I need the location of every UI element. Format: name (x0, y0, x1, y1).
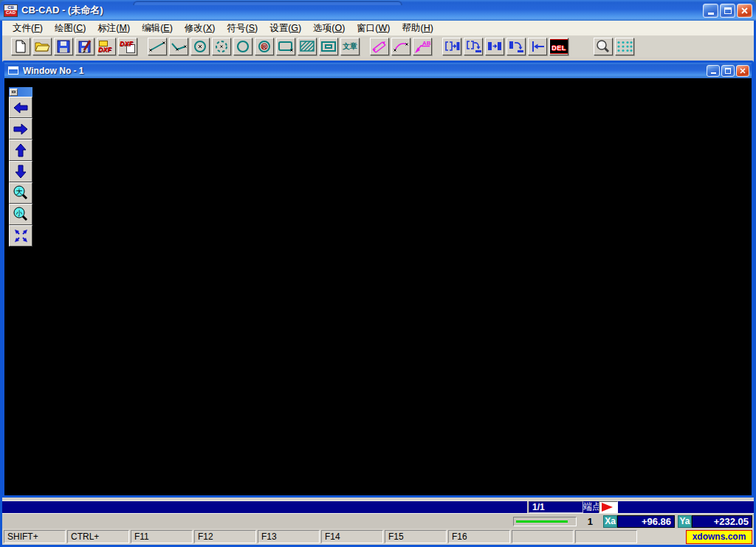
page-indicator: 1/1 (529, 501, 583, 513)
status-message-area (2, 501, 529, 513)
toolbar-group-dimension: AB (370, 38, 434, 55)
maximize-button[interactable] (720, 4, 735, 18)
main-toolbar: DXF DXF (2, 36, 754, 57)
zoom-fit-button[interactable] (9, 225, 32, 247)
leader-ab-icon: AB (413, 39, 431, 54)
y-coordinate-label: Ya (678, 515, 692, 528)
save-button[interactable] (54, 38, 73, 55)
child-window: Window No - 1 (2, 61, 754, 498)
fkey-cell-f12: F12 (194, 530, 256, 543)
dimension-angular-button[interactable] (391, 38, 410, 55)
menu-item-window[interactable]: 窗口(W) (351, 21, 396, 36)
menu-bar: 文件(F) 绘图(C) 标注(M) 编辑(E) 修改(X) 符号(S) 设置(G… (2, 21, 754, 36)
leader-tool-button[interactable]: AB (413, 38, 432, 55)
close-button[interactable] (737, 4, 752, 18)
dxf-import-button[interactable]: DXF (97, 38, 116, 55)
zoom-magnifier-icon (594, 39, 612, 54)
circle-center-point-icon (191, 39, 209, 54)
drawing-canvas[interactable]: 大 小 (4, 78, 752, 495)
pan-left-button[interactable] (9, 97, 32, 118)
move-selection-button[interactable] (464, 38, 483, 55)
frame-tool-button[interactable] (319, 38, 338, 55)
save-as-button[interactable] (75, 38, 94, 55)
text-tool-button[interactable]: 文章 (340, 38, 360, 55)
status-right-area (618, 501, 754, 513)
line-tool-button[interactable] (148, 38, 167, 55)
menu-item-edit[interactable]: 编辑(E) (136, 21, 179, 36)
grid-points-icon (616, 39, 633, 54)
y-coordinate-value: +232.05 (692, 515, 752, 528)
save-edit-icon (76, 39, 94, 54)
application-window: CB CAD CB-CAD - (未命名) 文件(F) 绘图(C) 标注(M) … (0, 0, 756, 547)
menu-item-file[interactable]: 文件(F) (7, 21, 49, 36)
polyline-icon (170, 39, 188, 54)
watermark-badge: xdowns.com (686, 530, 752, 544)
flag-icon (602, 503, 613, 512)
child-title-bar[interactable]: Window No - 1 (4, 63, 752, 78)
copy-object-icon (486, 39, 504, 54)
circle-tool-button[interactable] (233, 38, 252, 55)
frame-icon (320, 39, 337, 54)
status-bar-top: 1/1 端点 (2, 500, 754, 513)
circle-center-tool-button[interactable] (190, 38, 210, 55)
toolbar-group-view (594, 38, 636, 55)
grid-points-button[interactable] (615, 38, 634, 55)
close-icon (741, 7, 748, 14)
zoom-out-button[interactable]: 小 (9, 204, 32, 225)
snap-mode-label: 端点 (583, 501, 599, 513)
copy-object-button[interactable] (485, 38, 504, 55)
pan-right-button[interactable] (9, 118, 32, 140)
fkey-cell-f16: F16 (448, 530, 510, 543)
new-file-icon (12, 39, 30, 54)
zoom-tool-button[interactable] (594, 38, 613, 55)
minimize-button[interactable] (703, 4, 718, 18)
trim-to-edge-button[interactable] (528, 38, 547, 55)
app-icon: CB CAD (4, 4, 18, 17)
child-maximize-icon (725, 68, 731, 74)
open-file-button[interactable] (32, 38, 52, 55)
svg-text:R: R (262, 44, 267, 50)
palette-collapse-button[interactable] (10, 89, 18, 96)
dxf-export-button[interactable]: DXF (118, 38, 137, 55)
circle-radius-tool-button[interactable]: R (255, 38, 274, 55)
palette-collapse-icon (12, 91, 16, 93)
dimension-aligned-icon (371, 39, 388, 54)
menu-item-modify[interactable]: 修改(X) (179, 21, 221, 36)
child-window-icon (8, 66, 18, 75)
arc-icon (213, 39, 230, 54)
delete-button[interactable]: DEL (549, 38, 568, 55)
child-minimize-button[interactable] (707, 65, 720, 77)
new-file-button[interactable] (11, 38, 30, 55)
pan-left-icon (13, 101, 29, 114)
child-close-button[interactable] (736, 65, 749, 77)
menu-item-help[interactable]: 帮助(H) (396, 21, 439, 36)
delete-icon: DEL (549, 39, 568, 54)
rectangle-tool-button[interactable] (276, 38, 295, 55)
hatch-tool-button[interactable] (298, 38, 317, 55)
copy-selection-button[interactable] (442, 38, 461, 55)
arc-tool-button[interactable] (212, 38, 231, 55)
zoom-in-button[interactable]: 大 (9, 182, 32, 204)
title-bar[interactable]: CB CAD CB-CAD - (未命名) (0, 0, 756, 21)
menu-item-symbol[interactable]: 符号(S) (221, 21, 264, 36)
pan-down-button[interactable] (9, 161, 32, 182)
circle-icon (234, 39, 252, 54)
snap-flag-button[interactable] (599, 501, 618, 513)
pan-right-icon (13, 123, 29, 136)
app-icon-top-text: CB (4, 5, 17, 11)
pan-up-button[interactable] (9, 140, 32, 161)
menu-item-settings[interactable]: 设置(G) (264, 21, 307, 36)
fkey-cell-shift: SHIFT+ (4, 530, 66, 543)
menu-item-dimension[interactable]: 标注(M) (92, 21, 136, 36)
save-floppy-icon (55, 39, 72, 54)
palette-title-bar[interactable] (9, 87, 32, 97)
child-maximize-button[interactable] (721, 65, 735, 77)
status-bar-coords: 1 Xa +96.86 Ya +232.05 (2, 513, 754, 529)
menu-item-draw[interactable]: 绘图(C) (49, 21, 92, 36)
polyline-tool-button[interactable] (169, 38, 188, 55)
dimension-aligned-button[interactable] (370, 38, 389, 55)
move-object-button[interactable] (506, 38, 526, 55)
move-object-icon (507, 39, 525, 54)
toolbar-group-file: DXF DXF (11, 38, 140, 55)
menu-item-options[interactable]: 选项(O) (307, 21, 351, 36)
